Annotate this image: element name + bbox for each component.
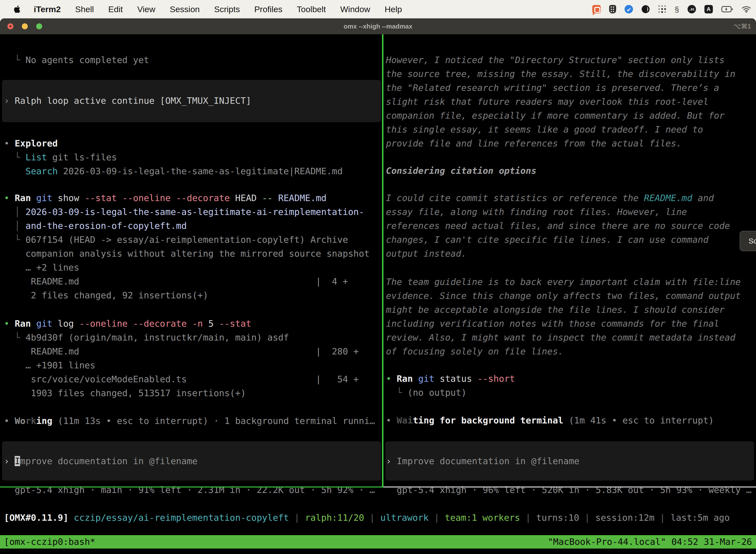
s-glyph-icon[interactable]: §: [675, 5, 679, 13]
menu-item-view[interactable]: View: [137, 4, 155, 14]
wifi-icon[interactable]: [742, 5, 751, 13]
blue-badge-icon[interactable]: [625, 5, 633, 13]
dots-grid-icon[interactable]: [658, 5, 666, 13]
prompt-input-left[interactable]: › Improve documentation in @filename: [2, 441, 381, 481]
terminal-line: • Explored: [4, 136, 342, 151]
terminal-line: … +1901 lines: [4, 358, 359, 372]
thinking-paragraph-1: However, I noticed the "Directory Struct…: [386, 53, 736, 151]
terminal-line: src/voice/voiceModeEnabled.ts | 54 +: [4, 372, 359, 386]
terminal-line: gpt-5.4 xhigh · 96% left · 520K in · 5.8…: [386, 483, 752, 497]
terminal-line: gpt-5.4 xhigh · main · 91% left · 2.31M …: [4, 483, 375, 497]
ralph-loop-banner: › Ralph loop active continue [OMX_TMUX_I…: [2, 80, 381, 122]
chat-bubble-icon[interactable]: [592, 5, 601, 13]
menu-item-scripts[interactable]: Scripts: [214, 4, 240, 14]
terminal-line: However, I noticed the "Directory Struct…: [386, 53, 736, 67]
pane-border-bottom-right: [383, 487, 756, 488]
terminal-line: └ List git ls-files: [4, 151, 342, 164]
menu-item-session[interactable]: Session: [170, 4, 200, 14]
menu-bar: iTerm2 ShellEditViewSessionScriptsProfil…: [0, 0, 756, 18]
tmux-status-bar: [omx-cczip0:bash* "MacBook-Pro-44.local"…: [0, 535, 756, 549]
terminal-line: output instead.: [386, 247, 730, 261]
thinking-paragraph-2: I could cite commit statistics or refere…: [386, 191, 730, 261]
terminal-line: evidence. Since this change only affects…: [386, 289, 741, 303]
terminal-line: › Improve documentation in @filename: [386, 454, 755, 468]
menu-item-edit[interactable]: Edit: [108, 4, 123, 14]
terminal-line: review. Also, I might want to inspect th…: [386, 331, 741, 344]
agents-status-line: └ No agents completed yet: [4, 53, 149, 67]
terminal-line: the "Related research writing" section i…: [386, 81, 736, 95]
menu-item-shell[interactable]: Shell: [75, 4, 94, 14]
terminal-line: README.md | 280 +: [4, 344, 359, 358]
menu-item-toolbelt[interactable]: Toolbelt: [297, 4, 326, 14]
terminal-line: 2 files changed, 92 insertions(+): [4, 288, 370, 302]
battery-icon[interactable]: [721, 6, 733, 12]
terminal-line: … +2 lines: [4, 261, 370, 275]
window-shortcut-badge: ⌥⌘1: [734, 18, 751, 34]
tmux-host-clock: "MacBook-Pro-44.local" 04:52 31-Mar-26: [548, 535, 752, 549]
menu-item-help[interactable]: Help: [385, 4, 402, 14]
terminal-line: │ 2026-03-09-is-legal-the-same-as-legiti…: [4, 205, 370, 219]
pane-divider[interactable]: [382, 34, 383, 487]
model-status-right: gpt-5.4 xhigh · 96% left · 520K in · 5.8…: [386, 483, 752, 497]
terminal-line: including verification notes with those …: [386, 317, 741, 331]
menu-item-window[interactable]: Window: [340, 4, 370, 14]
terminal-line: └ (no output): [386, 386, 515, 400]
terminal-line: changes, I can't cite specific file line…: [386, 233, 730, 247]
menu-item-profiles[interactable]: Profiles: [254, 4, 282, 14]
terminal-content[interactable]: └ No agents completed yet › Ralph loop a…: [0, 34, 756, 554]
screen-tooltip: Scre: [740, 231, 756, 251]
terminal-line: The team guideline is to back every impo…: [386, 275, 741, 289]
terminal-line: └ No agents completed yet: [4, 53, 149, 67]
terminal-line: └ 067f154 (HEAD -> essay/ai-reimplementa…: [4, 233, 370, 247]
prompt-input-right[interactable]: › Improve documentation in @filename: [385, 441, 754, 481]
explored-section: • Explored └ List git ls-files Search 20…: [4, 136, 342, 178]
waiting-status-line: • Waiting for background terminal (1m 41…: [386, 413, 714, 428]
window-title: omx --xhigh --madmax: [0, 18, 756, 34]
apple-menu-icon[interactable]: [13, 5, 21, 14]
pane-border-bottom-left: [0, 487, 383, 488]
terminal-line: companion analysis without altering the …: [4, 247, 370, 261]
terminal-line: └ 4b9d30f (origin/main, instructkr/main,…: [4, 331, 359, 344]
terminal-line: 1903 files changed, 513517 insertions(+): [4, 386, 359, 400]
terminal-line: slight risk that future readers may over…: [386, 95, 736, 109]
percent-badge-icon[interactable]: ..61: [688, 5, 696, 13]
terminal-line: references need actual files, and since …: [386, 219, 730, 233]
terminal-line: companion file, especially if more comme…: [386, 109, 736, 123]
thinking-paragraph-3: The team guideline is to back every impo…: [386, 275, 741, 358]
omx-status-line: [OMX#0.11.9] cczip/essay/ai-reimplementa…: [4, 511, 730, 525]
terminal-line: essay file, along with finding root file…: [386, 205, 730, 219]
terminal-line: │ and-the-erosion-of-copyleft.md: [4, 219, 370, 233]
menubar-status-icons: § ..61 A: [592, 0, 751, 18]
terminal-line: • Ran git show --stat --oneline --decora…: [4, 191, 370, 205]
terminal-line: the source tree, missing the essay. Stil…: [386, 67, 736, 81]
terminal-line: this single essay, it seems like a good …: [386, 123, 736, 136]
git-log-section: • Ran git log --oneline --decorate -n 5 …: [4, 317, 359, 400]
terminal-line: › Improve documentation in @filename: [4, 454, 383, 468]
git-show-section: • Ran git show --stat --oneline --decora…: [4, 191, 370, 302]
model-status-left: gpt-5.4 xhigh · main · 91% left · 2.31M …: [4, 483, 375, 497]
terminal-line: might be acceptable alongside the file l…: [386, 303, 741, 317]
terminal-line: of focusing solely on file lines.: [386, 344, 741, 358]
working-status-line: • Working (11m 13s • esc to interrupt) ·…: [4, 414, 375, 428]
git-status-section: • Ran git status --short └ (no output): [386, 372, 515, 400]
terminal-line: Considering citation options: [386, 164, 537, 178]
menu-item-iterm2[interactable]: iTerm2: [34, 4, 61, 14]
terminal-line: › Ralph loop active continue [OMX_TMUX_I…: [4, 94, 383, 108]
terminal-line: • Waiting for background terminal (1m 41…: [386, 413, 714, 428]
window-titlebar[interactable]: omx --xhigh --madmax ⌥⌘1: [0, 18, 756, 34]
terminal-line: • Ran git status --short: [386, 372, 515, 386]
terminal-line: Search 2026-03-09-is-legal-the-same-as-l…: [4, 164, 342, 178]
tmux-session-label: [omx-cczip0:bash*: [4, 535, 95, 549]
thinking-heading: Considering citation options: [386, 164, 537, 178]
terminal-line: I could cite commit statistics or refere…: [386, 191, 730, 205]
terminal-line: • Working (11m 13s • esc to interrupt) ·…: [4, 414, 375, 428]
desktop: { "colors": { "text_gray": "#8f8f8f", "t…: [0, 0, 756, 554]
terminal-line: [OMX#0.11.9] cczip/essay/ai-reimplementa…: [4, 511, 730, 525]
iterm-window: omx --xhigh --madmax ⌥⌘1 └ No agents com…: [0, 18, 756, 554]
keypad-shield-icon[interactable]: [609, 5, 616, 13]
terminal-line: • Ran git log --oneline --decorate -n 5 …: [4, 317, 359, 331]
crescent-circle-icon[interactable]: [641, 5, 650, 13]
terminal-line: README.md | 4 +: [4, 275, 370, 288]
terminal-line: provide file and line references from th…: [386, 136, 736, 151]
input-source-icon[interactable]: A: [704, 5, 713, 13]
